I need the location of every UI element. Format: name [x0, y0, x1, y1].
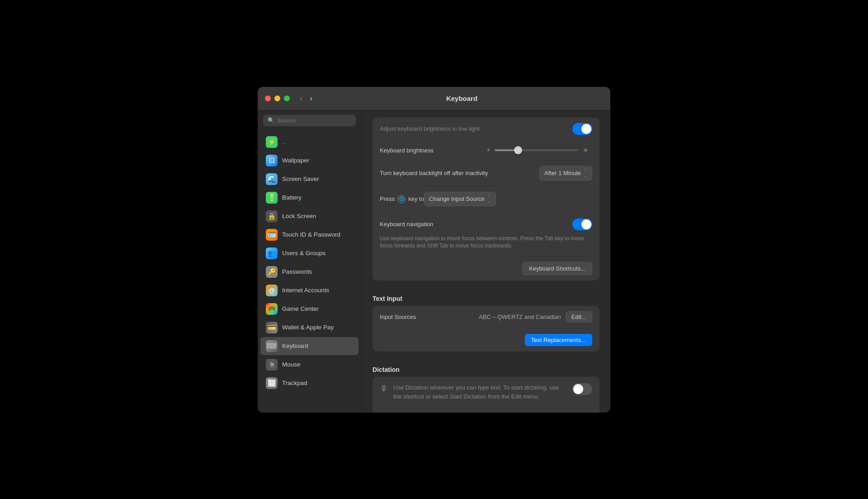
- lockscreen-icon: 🔒: [266, 210, 278, 222]
- sidebar-label: ...: [282, 139, 287, 145]
- press-globe-arrow: ⌃⌄: [487, 194, 491, 204]
- brightness-fill: [495, 149, 516, 151]
- wallet-icon: 💳: [266, 322, 278, 333]
- text-input-title: Text Input: [373, 288, 599, 306]
- sidebar-item-keyboard[interactable]: ⌨ Keyboard: [260, 337, 359, 355]
- sidebar-screensaver-label: Screen Saver: [282, 176, 319, 182]
- sidebar-item-internet[interactable]: @ Internet Accounts: [260, 281, 359, 299]
- backlight-dropdown-arrow: ⌃⌄: [584, 168, 587, 178]
- battery-icon: ⚡: [266, 136, 278, 148]
- sidebar-item-screensaver[interactable]: 🌊 Screen Saver: [260, 170, 359, 188]
- search-icon: 🔍: [268, 117, 274, 124]
- traffic-lights: [265, 95, 290, 101]
- passwords-icon: 🔑: [266, 266, 278, 278]
- brightness-high-icon: ☀: [582, 146, 589, 155]
- press-globe-label-wrap: Press 🌐 key to: [380, 195, 424, 203]
- keyboard-brightness-row: Keyboard brightness ☀ ☀: [373, 141, 599, 161]
- sidebar: 🔍 ⚡ ... 🖼 Wallpaper: [258, 110, 362, 413]
- sidebar-passwords-label: Passwords: [282, 268, 312, 275]
- dictation-section: 🎙 Use Dictation wherever you can type te…: [373, 377, 599, 412]
- keyboard-icon: ⌨: [266, 340, 278, 352]
- backlight-label: Turn keyboard backlight off after inacti…: [380, 170, 539, 176]
- dictation-title-wrap: Dictation: [373, 359, 599, 377]
- mouse-icon: 🖱: [266, 359, 278, 371]
- mic-icon: 🎙: [380, 384, 388, 394]
- maximize-button[interactable]: [284, 95, 290, 101]
- sidebar-users-label: Users & Groups: [282, 250, 326, 257]
- back-button[interactable]: ‹: [297, 93, 305, 104]
- keyboard-nav-top: Keyboard navigation: [380, 219, 592, 230]
- search-wrapper[interactable]: 🔍: [263, 115, 356, 126]
- press-globe-row: Press 🌐 key to Change Input Source ⌃⌄: [373, 186, 599, 212]
- backlight-dropdown[interactable]: After 1 Minute ⌃⌄: [539, 166, 592, 181]
- screensaver-icon: 🌊: [266, 173, 278, 185]
- sidebar-item-wallet[interactable]: 💳 Wallet & Apple Pay: [260, 318, 359, 337]
- sidebar-mouse-label: Mouse: [282, 361, 301, 368]
- search-input[interactable]: [277, 117, 351, 124]
- forward-button[interactable]: ›: [307, 93, 315, 104]
- keyboard-nav-label: Keyboard navigation: [380, 221, 572, 228]
- sidebar-keyboard-label: Keyboard: [282, 342, 308, 349]
- input-sources-edit-button[interactable]: Edit...: [566, 311, 592, 323]
- close-button[interactable]: [265, 95, 271, 101]
- adjust-brightness-toggle[interactable]: [572, 123, 592, 135]
- keyboard-nav-toggle[interactable]: [572, 219, 592, 230]
- sidebar-touchid-label: Touch ID & Password: [282, 231, 340, 238]
- dictation-desc-row: 🎙 Use Dictation wherever you can type te…: [373, 377, 599, 408]
- press-globe-suffix: key to: [408, 195, 424, 202]
- sidebar-item-battery-top[interactable]: ⚡ ...: [260, 133, 359, 151]
- touchid-icon: 🪪: [266, 229, 278, 241]
- sidebar-item-battery[interactable]: 🔋 Battery: [260, 189, 359, 207]
- press-globe-prefix: Press: [380, 195, 395, 202]
- nav-buttons: ‹ ›: [297, 93, 315, 104]
- input-sources-value: ABC – QWERTZ and Canadian: [479, 314, 561, 320]
- sidebar-internet-label: Internet Accounts: [282, 287, 329, 294]
- globe-key-icon: 🌐: [397, 195, 406, 203]
- keyboard-nav-desc: Use keyboard navigation to move focus be…: [380, 235, 592, 250]
- minimize-button[interactable]: [274, 95, 280, 101]
- sidebar-lockscreen-label: Lock Screen: [282, 213, 316, 219]
- sidebar-item-touchid[interactable]: 🪪 Touch ID & Password: [260, 226, 359, 244]
- adjust-brightness-label: Adjust keyboard brightness in low light: [380, 125, 572, 132]
- sidebar-item-users[interactable]: 👥 Users & Groups: [260, 244, 359, 262]
- sidebar-list: ⚡ ... 🖼 Wallpaper 🌊 Screen Saver: [258, 131, 361, 413]
- system-preferences-window: ‹ › Keyboard 🔍 ⚡ ...: [258, 87, 610, 413]
- title-bar: ‹ › Keyboard: [258, 87, 610, 110]
- keyboard-nav-row: Keyboard navigation Use keyboard navigat…: [373, 212, 599, 257]
- sidebar-item-gamecenter[interactable]: 🎮 Game Center: [260, 300, 359, 318]
- press-globe-value: Change Input Source: [429, 195, 485, 202]
- press-globe-dropdown[interactable]: Change Input Source ⌃⌄: [424, 192, 496, 206]
- trackpad-icon: ⬜: [266, 377, 278, 389]
- sidebar-item-trackpad[interactable]: ⬜ Trackpad: [260, 374, 359, 392]
- text-input-section-title: Text Input: [373, 288, 599, 306]
- sidebar-wallpaper-label: Wallpaper: [282, 157, 309, 164]
- sidebar-item-passwords[interactable]: 🔑 Passwords: [260, 263, 359, 281]
- keyboard-brightness-label: Keyboard brightness: [380, 147, 482, 154]
- gamecenter-icon: 🎮: [266, 303, 278, 315]
- search-bar: 🔍: [258, 110, 361, 131]
- brightness-thumb[interactable]: [514, 146, 522, 154]
- brightness-track: [495, 149, 579, 151]
- sidebar-battery-label: Battery: [282, 194, 302, 201]
- sidebar-wallet-label: Wallet & Apple Pay: [282, 324, 334, 331]
- dictation-toggle[interactable]: [572, 383, 592, 395]
- text-replacements-button[interactable]: Text Replacements...: [525, 334, 592, 346]
- sidebar-item-wallpaper[interactable]: 🖼 Wallpaper: [260, 152, 359, 170]
- sidebar-item-lockscreen[interactable]: 🔒 Lock Screen: [260, 207, 359, 225]
- adjust-brightness-row: Adjust keyboard brightness in low light: [373, 118, 599, 141]
- backlight-row: Turn keyboard backlight off after inacti…: [373, 161, 599, 186]
- input-sources-row: Input Sources ABC – QWERTZ and Canadian …: [373, 306, 599, 328]
- text-input-section: Input Sources ABC – QWERTZ and Canadian …: [373, 306, 599, 352]
- main-layout: 🔍 ⚡ ... 🖼 Wallpaper: [258, 110, 610, 413]
- languages-row: Languages English (United Kingdom) Edit.…: [373, 408, 599, 412]
- battery-icon2: 🔋: [266, 192, 278, 204]
- dictation-section-title: Dictation: [373, 359, 599, 377]
- sidebar-gamecenter-label: Game Center: [282, 305, 319, 312]
- sidebar-item-mouse[interactable]: 🖱 Mouse: [260, 356, 359, 374]
- brightness-slider[interactable]: ☀ ☀: [486, 146, 589, 155]
- users-icon: 👥: [266, 247, 278, 259]
- backlight-value: After 1 Minute: [544, 170, 581, 176]
- sidebar-trackpad-label: Trackpad: [282, 380, 307, 386]
- keyboard-shortcuts-button[interactable]: Keyboard Shortcuts...: [522, 262, 592, 275]
- input-sources-label: Input Sources: [380, 314, 479, 320]
